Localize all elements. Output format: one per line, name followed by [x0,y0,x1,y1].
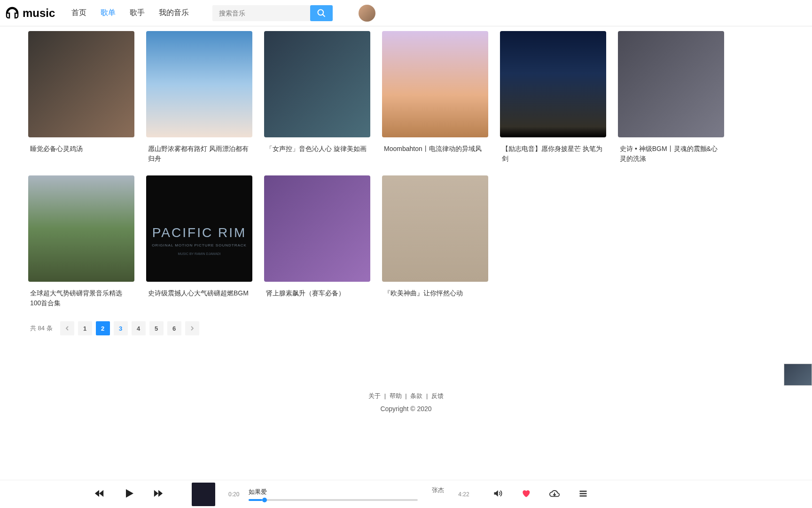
page-5[interactable]: 5 [149,321,164,335]
nav-my-music[interactable]: 我的音乐 [159,8,189,18]
player-progress-fill [249,499,262,501]
player-progress-handle[interactable] [262,498,267,502]
playlist-cover: PACIFIC RIM ORIGINAL MOTION PICTURE SOUN… [146,175,252,282]
playlist-cover [28,31,134,137]
prev-track-button[interactable] [94,488,104,500]
nav: 首页 歌单 歌手 我的音乐 [71,8,189,18]
volume-button[interactable] [493,489,502,500]
headphones-icon [5,6,20,21]
playlist-title: 史诗 • 神级BGM丨灵魂的震颤&心灵的洗涤 [618,144,724,164]
queue-button[interactable] [578,489,588,500]
playlist-cover [28,175,134,282]
search-wrap [212,5,333,21]
playlist-cover [382,175,488,282]
playlist-card[interactable]: 【励志电音】愿你身披星芒 执笔为剑 [500,31,606,164]
preview-thumbnail [784,364,812,386]
skip-back-icon [94,488,104,499]
chevron-right-icon [190,326,195,331]
playlist-title: 睡觉必备心灵鸡汤 [28,144,134,154]
playlist-card[interactable]: 睡觉必备心灵鸡汤 [28,31,134,164]
svg-rect-4 [579,495,586,497]
playlist-title: 肾上腺素飙升（赛车必备） [264,288,370,298]
playlist-cover [500,31,606,137]
search-icon [317,8,326,18]
playlist-title: 【励志电音】愿你身披星芒 执笔为剑 [500,144,606,164]
footer-feedback[interactable]: 反馈 [431,392,444,399]
avatar[interactable] [359,5,375,22]
next-track-button[interactable] [153,488,164,500]
page-3[interactable]: 3 [114,321,128,335]
cover-overlay-title: PACIFIC RIM [152,225,246,240]
playlist-grid: 睡觉必备心灵鸡汤 愿山野浓雾都有路灯 风雨漂泊都有归舟 「女声控」音色沁人心 旋… [28,26,784,308]
playlist-card[interactable]: 史诗 • 神级BGM丨灵魂的震颤&心灵的洗涤 [618,31,724,164]
search-input[interactable] [212,5,311,21]
nav-playlists[interactable]: 歌单 [101,8,116,18]
footer-sep: | [426,392,428,399]
cover-overlay-sub: ORIGINAL MOTION PICTURE SOUNDTRACK [152,243,247,247]
play-button[interactable] [123,488,134,501]
nav-home[interactable]: 首页 [71,8,86,18]
main-content: 睡觉必备心灵鸡汤 愿山野浓雾都有路灯 风雨漂泊都有归舟 「女声控」音色沁人心 旋… [0,26,812,413]
player-bar: 0:20 如果爱 张杰 4:22 [0,480,812,508]
playlist-title: 全球超大气势磅礴背景音乐精选100首合集 [28,288,134,308]
footer-help[interactable]: 帮助 [390,392,402,399]
footer-terms[interactable]: 条款 [410,392,422,399]
list-icon [578,489,588,498]
svg-line-1 [323,14,325,16]
playlist-card[interactable]: 「女声控」音色沁人心 旋律美如画 [264,31,370,164]
playlist-card[interactable]: 愿山野浓雾都有路灯 风雨漂泊都有归舟 [146,31,252,164]
pagination-total: 共 84 条 [30,324,53,333]
player-artist: 张杰 [432,486,444,494]
logo[interactable]: music [5,6,55,21]
logo-text: music [23,7,55,20]
footer-about[interactable]: 关于 [368,392,381,399]
playlist-cover [264,31,370,137]
playlist-card[interactable]: 全球超大气势磅礴背景音乐精选100首合集 [28,175,134,308]
playlist-cover [382,31,488,137]
page-prev[interactable] [60,321,74,335]
footer-links: 关于 | 帮助 | 条款 | 反馈 [28,392,784,400]
playlist-title: Moombahton丨电流律动的异域风 [382,144,488,154]
playlist-card[interactable]: Moombahton丨电流律动的异域风 [382,31,488,164]
player-progress-wrap: 如果爱 [249,488,418,501]
skip-forward-icon [153,488,164,499]
playlist-cover [264,175,370,282]
page-4[interactable]: 4 [132,321,146,335]
chevron-left-icon [65,326,70,331]
playlist-title: 『欧美神曲』让你怦然心动 [382,288,488,298]
playlist-card[interactable]: PACIFIC RIM ORIGINAL MOTION PICTURE SOUN… [146,175,252,308]
playlist-card[interactable]: 『欧美神曲』让你怦然心动 [382,175,488,308]
page-2[interactable]: 2 [96,321,110,335]
player-album-art[interactable] [192,483,215,506]
page-1[interactable]: 1 [78,321,92,335]
download-button[interactable] [549,488,560,500]
player-current-time: 0:20 [228,491,239,498]
search-button[interactable] [310,5,333,21]
header: music 首页 歌单 歌手 我的音乐 [0,0,812,26]
player-total-time: 4:22 [458,491,469,498]
svg-rect-3 [579,493,586,494]
page-6[interactable]: 6 [167,321,181,335]
page-next[interactable] [185,321,199,335]
footer-sep: | [405,392,406,399]
playlist-title: 「女声控」音色沁人心 旋律美如画 [264,144,370,154]
footer: 关于 | 帮助 | 条款 | 反馈 Copyright © 2020 [28,392,784,413]
playlist-title: 史诗级震撼人心大气磅礴超燃BGM [146,288,252,298]
volume-icon [493,489,502,498]
nav-artists[interactable]: 歌手 [130,8,145,18]
player-song-title: 如果爱 [249,488,418,496]
player-controls [94,488,164,501]
cover-overlay-credit: MUSIC BY RAMIN DJAWADI [178,252,220,255]
player-progress-bar[interactable] [249,499,418,501]
player-icons [493,488,588,500]
favorite-button[interactable] [521,489,531,500]
playlist-cover [146,31,252,137]
playlist-cover [618,31,724,137]
footer-sep: | [384,392,386,399]
playlist-title: 愿山野浓雾都有路灯 风雨漂泊都有归舟 [146,144,252,164]
download-cloud-icon [549,488,560,499]
pagination: 共 84 条 1 2 3 4 5 6 [28,321,784,335]
copyright: Copyright © 2020 [28,405,784,413]
playlist-card[interactable]: 肾上腺素飙升（赛车必备） [264,175,370,308]
svg-point-0 [318,9,324,15]
